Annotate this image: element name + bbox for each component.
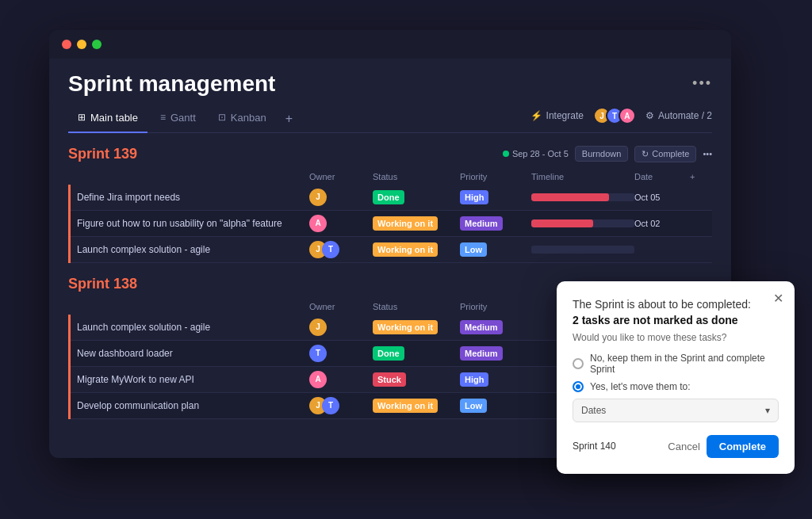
owner-cell: J T	[309, 397, 373, 414]
sprint-139-more[interactable]: •••	[703, 149, 712, 158]
modal-title: The Sprint is about to be completed: 2 t…	[573, 297, 779, 328]
burndown-button[interactable]: Burndown	[575, 146, 629, 162]
owner-cell: J T	[309, 241, 373, 258]
task-name: Migrate MyWork to new API	[77, 374, 309, 385]
priority-cell: Medium	[460, 348, 531, 359]
modal-title-line1: The Sprint is about to be completed:	[573, 298, 751, 311]
radio-option-no[interactable]: No, keep them in the Sprint and complete…	[573, 353, 779, 375]
status-working: Working on it	[373, 320, 438, 334]
modal-subtitle: Would you like to move these tasks?	[573, 332, 779, 343]
close-traffic-light[interactable]	[62, 40, 71, 49]
active-dot	[503, 151, 509, 157]
col-add[interactable]: +	[690, 172, 706, 181]
col-task	[75, 302, 309, 311]
sprint-139-table-header: Owner Status Priority Timeline Date +	[68, 169, 712, 185]
minimize-traffic-light[interactable]	[77, 40, 86, 49]
sprint-139-date-range: Sep 28 - Oct 5	[503, 149, 569, 158]
complete-sprint-button[interactable]: ↻ Complete	[634, 146, 696, 162]
avatar: J	[309, 319, 327, 336]
owner-cell: A	[309, 371, 373, 388]
timeline-bar	[531, 219, 593, 227]
cancel-button[interactable]: Cancel	[668, 441, 699, 452]
priority-cell: Low	[460, 244, 531, 255]
task-name: Define Jira import needs	[77, 192, 309, 203]
integrate-label: Integrate	[546, 110, 584, 121]
automate-button[interactable]: ⚙ Automate / 2	[645, 110, 712, 121]
radio-yes-label: Yes, let's move them to:	[590, 381, 691, 392]
status-stuck: Stuck	[373, 372, 406, 387]
page-title: Sprint management	[68, 71, 275, 97]
tab-kanban[interactable]: ⊡ Kanban	[209, 107, 276, 133]
status-done: Done	[373, 346, 404, 361]
dropdown-label: Dates	[581, 405, 606, 416]
task-name: New dashboard loader	[77, 348, 309, 359]
task-name: Figure out how to run usability on "alph…	[77, 218, 309, 229]
table-row: Launch complex solution - agile J T Work…	[71, 237, 712, 263]
complete-icon: ↻	[642, 149, 649, 159]
tab-gantt-label: Gantt	[170, 112, 196, 124]
integrate-button[interactable]: ⚡ Integrate	[530, 110, 584, 121]
status-working: Working on it	[373, 216, 438, 231]
avatar: A	[309, 371, 327, 388]
modal-actions: Cancel Complete	[668, 435, 779, 458]
col-timeline: Timeline	[531, 172, 634, 181]
task-name: Launch complex solution - agile	[77, 322, 309, 333]
table-row: Define Jira import needs J Done High Oct…	[71, 185, 712, 211]
modal-footer: Sprint 140 Cancel Complete	[573, 435, 779, 458]
sprint-138-title: Sprint 138	[68, 276, 137, 292]
maximize-traffic-light[interactable]	[92, 40, 102, 49]
radio-no[interactable]	[573, 358, 584, 369]
priority-low: Low	[460, 242, 487, 257]
radio-yes[interactable]	[573, 381, 584, 392]
col-status: Status	[373, 172, 460, 181]
col-task	[75, 172, 309, 181]
sprint-139-title: Sprint 139	[68, 146, 137, 162]
owner-cell: T	[309, 345, 373, 362]
col-priority: Priority	[460, 302, 531, 311]
radio-no-label: No, keep them in the Sprint and complete…	[590, 353, 779, 375]
tab-kanban-label: Kanban	[231, 112, 266, 124]
sprint-139-table-body: Define Jira import needs J Done High Oct…	[68, 185, 712, 263]
priority-medium: Medium	[460, 320, 503, 334]
table-row: Figure out how to run usability on "alph…	[71, 211, 712, 237]
col-date: Date	[634, 172, 690, 181]
tabs-right: ⚡ Integrate J T A ⚙ Automate / 2	[530, 107, 712, 131]
modal-title-bold: 2 tasks are not marked as done	[573, 314, 738, 326]
avatar-3: A	[619, 107, 636, 124]
user-avatars: J T A	[593, 107, 636, 124]
priority-high: High	[460, 190, 488, 204]
timeline-bar-container	[531, 246, 634, 254]
kanban-icon: ⊡	[218, 112, 226, 123]
sprint-139-dates: Sep 28 - Oct 5	[512, 149, 569, 158]
header-row: Sprint management •••	[68, 71, 712, 97]
status-working: Working on it	[373, 399, 438, 413]
priority-cell: Low	[460, 400, 531, 411]
priority-cell: Medium	[460, 218, 531, 229]
more-menu-button[interactable]: •••	[692, 75, 712, 92]
priority-cell: High	[460, 374, 531, 385]
gantt-icon: ≡	[160, 112, 166, 123]
status-badge: Working on it	[373, 244, 460, 255]
date-cell: Oct 05	[634, 193, 690, 202]
task-name: Launch complex solution - agile	[77, 244, 309, 255]
status-badge: Stuck	[373, 374, 460, 385]
tab-main-table[interactable]: ⊞ Main table	[68, 107, 147, 133]
status-working: Working on it	[373, 242, 438, 257]
complete-modal-button[interactable]: Complete	[707, 435, 779, 458]
timeline-bar	[531, 193, 609, 201]
move-to-dropdown[interactable]: Dates ▾	[573, 399, 779, 422]
owner-cell: J	[309, 189, 373, 206]
task-name: Develop communication plan	[77, 400, 309, 411]
modal-close-button[interactable]: ✕	[773, 291, 783, 306]
priority-medium: Medium	[460, 346, 503, 361]
priority-medium: Medium	[460, 216, 503, 231]
table-icon: ⊞	[78, 112, 86, 123]
integrate-icon: ⚡	[530, 110, 542, 121]
automate-icon: ⚙	[645, 110, 654, 121]
tab-gantt[interactable]: ≡ Gantt	[151, 107, 205, 133]
add-tab-button[interactable]: +	[279, 109, 299, 129]
chevron-down-icon: ▾	[765, 405, 770, 416]
radio-option-yes[interactable]: Yes, let's move them to:	[573, 381, 779, 392]
col-status: Status	[373, 302, 460, 311]
priority-cell: High	[460, 192, 531, 203]
